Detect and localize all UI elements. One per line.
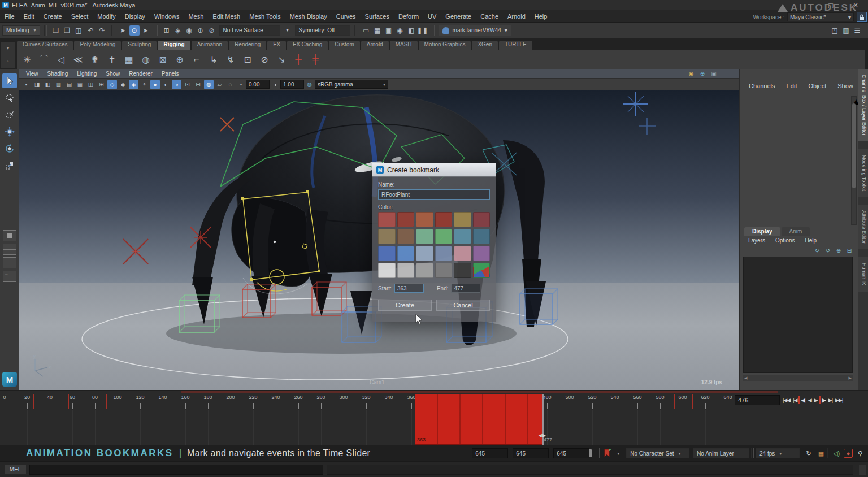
color-swatch[interactable]	[473, 246, 491, 261]
panel-toolbar-icon[interactable]: ▪	[21, 80, 31, 89]
color-swatch[interactable]	[454, 229, 471, 244]
fps-dropdown[interactable]: 24 fps▾	[756, 448, 800, 458]
menu-item[interactable]: Deform	[394, 13, 423, 20]
bookmark-start-input[interactable]: 363	[394, 284, 424, 293]
color-swatch[interactable]	[397, 263, 415, 278]
panel-toolbar-icon[interactable]: ⊟	[193, 80, 203, 89]
panel-menu-item[interactable]: Lighting	[73, 71, 100, 77]
clip-editor-icon[interactable]: ▦	[817, 449, 826, 458]
color-swatch[interactable]	[397, 246, 415, 261]
single-pane-layout-button[interactable]	[3, 230, 16, 241]
shelf-tool-icon[interactable]: ⌒	[37, 53, 51, 66]
step-back-frame[interactable]: |◀	[792, 396, 798, 404]
live-surface-caret[interactable]: ▾	[283, 25, 293, 36]
menu-item[interactable]: Mesh	[184, 13, 208, 20]
color-swatch[interactable]	[416, 263, 433, 278]
color-mgmt-icon[interactable]: ◍	[305, 80, 314, 89]
menu-item[interactable]: Mesh Display	[285, 13, 332, 20]
layer-tool-icon[interactable]: ⊟	[845, 246, 853, 254]
shelf-tool-icon[interactable]: ≪	[71, 53, 85, 66]
color-swatch[interactable]	[435, 229, 453, 244]
step-forward-key[interactable]: |▶	[819, 396, 827, 404]
panel-toolbar-icon[interactable]: ◇	[107, 80, 117, 89]
workspace-lock-button[interactable]	[857, 12, 867, 22]
shelf-tool-icon[interactable]: ⌐	[190, 53, 203, 66]
shelf-tab[interactable]: Sculpting	[122, 41, 157, 50]
bookmark-range[interactable]: 363 477	[415, 394, 544, 445]
time-slider[interactable]: 0204060801001201401601802002202402602803…	[0, 390, 868, 445]
shelf-tab[interactable]: FX	[267, 41, 286, 50]
move-tool[interactable]	[2, 124, 17, 139]
shelf-tool-icon[interactable]: ⊡	[241, 53, 254, 66]
panel-toolbar-icon[interactable]: ◈	[129, 80, 138, 89]
channel-box-scrollbar[interactable]: ▲	[851, 96, 857, 225]
color-swatch[interactable]	[454, 246, 471, 261]
undo-redo-icon[interactable]: ↶	[86, 25, 96, 36]
snap-icon[interactable]: ◉	[184, 25, 194, 36]
menu-item[interactable]: Edit	[19, 13, 39, 20]
gamma-icon[interactable]: ◑	[270, 80, 280, 89]
file-op-icon[interactable]: ❏	[51, 25, 61, 36]
color-swatch[interactable]	[378, 246, 396, 261]
shelf-tab[interactable]: Custom	[329, 41, 359, 50]
render-icon[interactable]: ▣	[384, 25, 394, 36]
layer-tool-icon[interactable]: ⊕	[835, 246, 843, 254]
render-icon[interactable]: ◉	[395, 25, 405, 36]
menu-item[interactable]: Edit Mesh	[208, 13, 245, 20]
menu-item[interactable]: Surfaces	[361, 13, 394, 20]
color-swatch[interactable]	[378, 229, 396, 244]
shelf-tab[interactable]: Curves / Surfaces	[17, 41, 73, 50]
go-to-start[interactable]: |◀◀	[782, 396, 791, 404]
layer-editor-tab[interactable]: Anim	[782, 227, 810, 236]
paint-select-tool[interactable]	[2, 107, 17, 122]
shelf-tool-icon[interactable]: ✝	[105, 53, 119, 66]
color-swatch[interactable]	[473, 263, 491, 278]
render-icon[interactable]: ▭	[361, 25, 371, 36]
dialog-title-bar[interactable]: M Create bookmark	[372, 163, 496, 176]
autokey-icon[interactable]: ●	[844, 449, 853, 458]
bookmark-marker[interactable]	[33, 394, 34, 409]
menu-item[interactable]: Mesh Tools	[245, 13, 285, 20]
shelf-tool-icon[interactable]: ╪	[309, 53, 322, 66]
gamma-field[interactable]: 1.00	[280, 80, 304, 89]
snap-icon[interactable]: ⊞	[162, 25, 172, 36]
menu-item[interactable]: Help	[530, 13, 552, 20]
range-field[interactable]: 645	[553, 448, 589, 458]
sidebar-vertical-tab[interactable]: Attribute Editor	[858, 205, 868, 250]
viewport-hud-icon[interactable]: ◉	[687, 70, 695, 77]
shelf-tab[interactable]: TURTLE	[499, 41, 532, 50]
panel-toolbar-icon[interactable]: ●	[150, 80, 160, 89]
panel-menu-item[interactable]: Panels	[158, 71, 183, 77]
panel-toolbar-icon[interactable]: ◍	[204, 80, 214, 89]
selection-mode-icon[interactable]: ➤	[141, 25, 151, 36]
shelf-tool-icon[interactable]: ▦	[122, 53, 136, 66]
bookmark-marker[interactable]	[68, 394, 69, 409]
shelf-tab[interactable]: FX Caching	[287, 41, 328, 50]
layer-tool-icon[interactable]: ↺	[824, 246, 832, 254]
shelf-tool-icon[interactable]: ↳	[207, 53, 220, 66]
panel-toolbar-icon[interactable]: ▤	[64, 80, 74, 89]
channel-box-menu-item[interactable]: Edit	[782, 83, 801, 89]
character-set-dropdown[interactable]: No Character Set▾	[626, 448, 689, 458]
file-op-icon[interactable]: ◫	[73, 25, 84, 36]
bookmark-marker[interactable]	[674, 394, 675, 409]
shelf-tool-icon[interactable]: ┼	[292, 53, 305, 66]
snap-icon[interactable]: ⊕	[196, 25, 206, 36]
menu-item[interactable]: UV	[423, 13, 441, 20]
menu-item[interactable]: Select	[67, 13, 93, 20]
menu-item[interactable]: Arnold	[503, 13, 530, 20]
shelf-tool-icon[interactable]: ✟	[88, 53, 102, 66]
color-swatch[interactable]	[454, 212, 471, 227]
shelf-tool-icon[interactable]: ↘	[275, 53, 288, 66]
shelf-tab[interactable]: Motion Graphics	[419, 41, 471, 50]
panel-toolbar-icon[interactable]: ◐	[161, 80, 171, 89]
shelf-tab[interactable]: Arnold	[361, 41, 389, 50]
step-back-key[interactable]: ◀|	[798, 396, 806, 404]
ui-toggle-icon[interactable]: ▥	[841, 25, 851, 36]
playhead-grip[interactable]: ◀▶	[539, 433, 546, 438]
shelf-tool-icon[interactable]: ⊠	[156, 53, 170, 66]
render-icon[interactable]: ❚❚	[418, 25, 428, 36]
workspace-dropdown[interactable]: Maya Classic*▾	[787, 12, 854, 21]
cancel-button[interactable]: Cancel	[436, 300, 490, 311]
menu-item[interactable]: Curves	[332, 13, 361, 20]
